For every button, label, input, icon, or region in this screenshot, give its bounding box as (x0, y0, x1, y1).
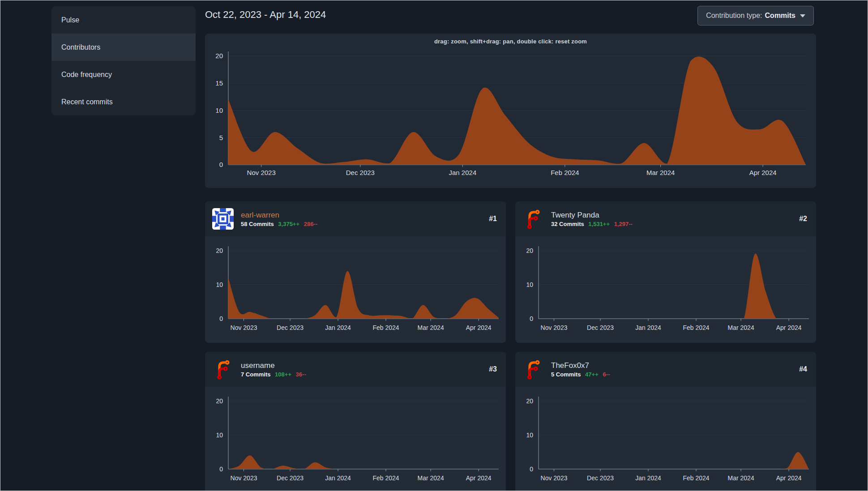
svg-text:Mar 2024: Mar 2024 (728, 474, 754, 482)
contributor-card-header: username 7 Commits 108++ 36-- #3 (205, 352, 506, 387)
svg-text:Feb 2024: Feb 2024 (683, 474, 709, 482)
svg-text:Dec 2023: Dec 2023 (587, 324, 614, 331)
overall-activity-chart[interactable]: 05101520Nov 2023Dec 2023Jan 2024Feb 2024… (205, 34, 816, 188)
contributor-card-header: earl-warren 58 Commits 3,375++ 286-- #1 (205, 201, 506, 236)
deletions-count: 36-- (296, 371, 306, 378)
contributor-activity-chart[interactable]: 01020Nov 2023Dec 2023Jan 2024Feb 2024Mar… (515, 387, 816, 491)
additions-count: 1,531++ (588, 221, 610, 227)
deletions-count: 1,297-- (614, 221, 633, 227)
svg-text:20: 20 (216, 397, 223, 405)
svg-text:Jan 2024: Jan 2024 (449, 169, 477, 176)
rank-badge: #1 (489, 215, 497, 223)
svg-text:10: 10 (216, 281, 223, 288)
avatar-forgejo-logo (522, 208, 544, 230)
contributor-card-earl-warren: earl-warren 58 Commits 3,375++ 286-- #1 … (205, 201, 506, 343)
commits-count: 58 Commits (241, 221, 274, 227)
svg-text:Apr 2024: Apr 2024 (749, 169, 777, 176)
chevron-down-icon (800, 14, 805, 17)
svg-text:Feb 2024: Feb 2024 (372, 324, 399, 331)
contributor-name[interactable]: earl-warren (241, 210, 317, 220)
svg-text:0: 0 (219, 465, 223, 473)
additions-count: 108++ (275, 371, 291, 378)
commits-count: 5 Commits (551, 371, 581, 378)
repo-contributors-page: Pulse Contributors Code frequency Recent… (0, 0, 868, 491)
contributor-meta: username 7 Commits 108++ 36-- (241, 361, 306, 378)
svg-text:0: 0 (219, 161, 223, 168)
svg-text:Feb 2024: Feb 2024 (372, 474, 399, 482)
avatar-forgejo-logo (212, 359, 234, 380)
contributor-activity-chart[interactable]: 01020Nov 2023Dec 2023Jan 2024Feb 2024Mar… (515, 236, 816, 343)
contributor-name: Twenty Panda (551, 210, 633, 220)
svg-text:Nov 2023: Nov 2023 (231, 474, 257, 482)
contributor-stats: 7 Commits 108++ 36-- (241, 371, 306, 378)
contributor-stats: 58 Commits 3,375++ 286-- (241, 221, 317, 227)
svg-text:15: 15 (215, 79, 223, 87)
commits-count: 7 Commits (241, 371, 270, 378)
svg-text:0: 0 (530, 315, 533, 322)
svg-text:Mar 2024: Mar 2024 (646, 169, 675, 176)
svg-text:Jan 2024: Jan 2024 (635, 324, 661, 331)
contribution-type-value: Commits (765, 12, 795, 20)
contributor-card-twenty-panda: Twenty Panda 32 Commits 1,531++ 1,297-- … (515, 201, 816, 343)
svg-text:Apr 2024: Apr 2024 (776, 474, 802, 482)
deletions-count: 6-- (603, 371, 610, 378)
svg-text:10: 10 (526, 281, 533, 288)
contributor-meta: TheFox0x7 5 Commits 47++ 6-- (551, 361, 610, 378)
sidebar-item-recent-commits[interactable]: Recent commits (51, 88, 196, 115)
rank-badge: #4 (799, 365, 807, 373)
additions-count: 47++ (585, 371, 599, 378)
deletions-count: 286-- (304, 221, 317, 227)
svg-text:Feb 2024: Feb 2024 (551, 169, 579, 176)
overall-chart-card: drag: zoom, shift+drag: pan, double clic… (205, 34, 816, 188)
sidebar-menu: Pulse Contributors Code frequency Recent… (51, 6, 196, 115)
svg-text:Dec 2023: Dec 2023 (277, 324, 304, 331)
svg-text:Nov 2023: Nov 2023 (541, 474, 568, 482)
contributor-stats: 32 Commits 1,531++ 1,297-- (551, 221, 633, 227)
svg-text:10: 10 (216, 431, 223, 439)
svg-text:Apr 2024: Apr 2024 (776, 324, 802, 331)
svg-text:0: 0 (530, 465, 533, 473)
svg-text:5: 5 (219, 134, 223, 141)
contributor-name: TheFox0x7 (551, 361, 610, 370)
svg-text:Mar 2024: Mar 2024 (418, 324, 444, 331)
svg-text:Dec 2023: Dec 2023 (346, 169, 375, 176)
svg-text:20: 20 (215, 52, 223, 60)
svg-text:Dec 2023: Dec 2023 (587, 474, 614, 482)
svg-text:Jan 2024: Jan 2024 (325, 324, 351, 331)
sidebar-item-contributors[interactable]: Contributors (51, 34, 196, 61)
contributor-activity-chart[interactable]: 01020Nov 2023Dec 2023Jan 2024Feb 2024Mar… (205, 387, 506, 491)
sidebar-item-pulse[interactable]: Pulse (51, 6, 196, 34)
svg-text:10: 10 (215, 107, 223, 114)
contributor-name: username (241, 361, 306, 370)
commits-count: 32 Commits (551, 221, 584, 227)
contributor-activity-chart[interactable]: 01020Nov 2023Dec 2023Jan 2024Feb 2024Mar… (205, 236, 506, 343)
contributor-meta: Twenty Panda 32 Commits 1,531++ 1,297-- (551, 210, 633, 227)
svg-text:Apr 2024: Apr 2024 (466, 324, 492, 331)
contributor-card-header: TheFox0x7 5 Commits 47++ 6-- #4 (515, 352, 816, 387)
svg-text:Mar 2024: Mar 2024 (418, 474, 444, 482)
rank-badge: #2 (799, 215, 807, 223)
svg-text:20: 20 (216, 247, 223, 254)
svg-text:Jan 2024: Jan 2024 (325, 474, 351, 482)
svg-text:Mar 2024: Mar 2024 (728, 324, 754, 331)
svg-text:20: 20 (526, 397, 533, 405)
svg-text:10: 10 (526, 431, 533, 439)
sidebar-item-code-frequency[interactable]: Code frequency (51, 61, 196, 88)
contributor-card-header: Twenty Panda 32 Commits 1,531++ 1,297-- … (515, 201, 816, 236)
additions-count: 3,375++ (278, 221, 299, 227)
contributor-stats: 5 Commits 47++ 6-- (551, 371, 610, 378)
svg-text:Nov 2023: Nov 2023 (231, 324, 257, 331)
date-range-heading: Oct 22, 2023 - Apr 14, 2024 (205, 7, 326, 22)
svg-text:Jan 2024: Jan 2024 (635, 474, 661, 482)
avatar-identicon (212, 208, 234, 230)
svg-text:Dec 2023: Dec 2023 (277, 474, 304, 482)
contribution-type-label: Contribution type: (706, 12, 762, 20)
avatar-forgejo-logo (522, 359, 544, 380)
rank-badge: #3 (489, 365, 497, 373)
svg-text:Nov 2023: Nov 2023 (247, 169, 276, 176)
svg-text:Apr 2024: Apr 2024 (466, 474, 492, 482)
contribution-type-dropdown[interactable]: Contribution type: Commits (697, 6, 814, 26)
contributor-card-thefox0x7: TheFox0x7 5 Commits 47++ 6-- #4 01020Nov… (515, 352, 816, 491)
svg-text:Nov 2023: Nov 2023 (541, 324, 568, 331)
svg-text:20: 20 (526, 247, 533, 254)
